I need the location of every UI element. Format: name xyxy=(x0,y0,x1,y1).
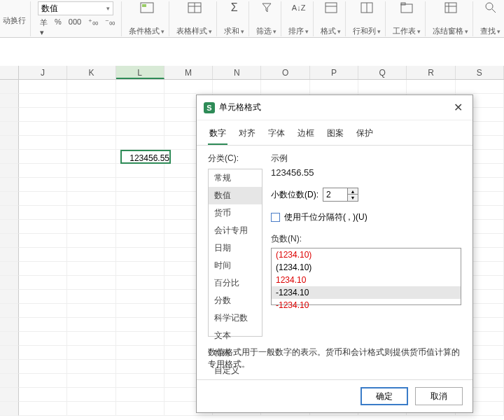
ok-button[interactable]: 确定 xyxy=(360,387,408,405)
svg-point-14 xyxy=(486,3,493,10)
auto-wrap-button[interactable]: 动换行 xyxy=(3,15,26,26)
freeze-icon xyxy=(444,1,458,14)
svg-line-15 xyxy=(492,9,496,13)
column-header-R[interactable]: R xyxy=(407,66,455,79)
tab-3[interactable]: 边框 xyxy=(296,125,316,145)
decimal-input[interactable] xyxy=(323,188,347,201)
number-mini-icons: 羊▾ % 000 ⁺₀₀ ⁻₀₀ xyxy=(38,15,117,38)
column-header-J[interactable]: J xyxy=(19,66,67,79)
filter-group[interactable]: 筛选▾ xyxy=(252,1,281,36)
negative-item[interactable]: 1234.10 xyxy=(272,274,461,286)
active-cell-value: 123456.55 xyxy=(122,151,172,165)
active-cell[interactable]: 123456.55 xyxy=(120,150,171,164)
dialog-footer: 确定 取消 xyxy=(197,379,472,412)
category-item[interactable]: 常规 xyxy=(209,169,262,187)
sum-label: 求和 xyxy=(224,26,239,36)
worksheet-label: 工作表 xyxy=(393,26,416,36)
app-icon: S xyxy=(204,102,215,113)
category-item[interactable]: 日期 xyxy=(209,239,262,257)
decimal-spinner[interactable]: ▲ ▼ xyxy=(323,188,358,202)
filter-label: 筛选 xyxy=(256,26,272,36)
cond-format-label: 条件格式 xyxy=(129,26,160,36)
comma-icon[interactable]: 000 xyxy=(66,17,83,38)
freeze-group[interactable]: 冻结窗格▾ xyxy=(428,1,473,36)
sum-icon: Σ xyxy=(227,1,241,14)
category-label: 分类(C): xyxy=(208,153,262,164)
find-group[interactable]: 查找▾ xyxy=(476,1,504,36)
close-icon[interactable]: ✕ xyxy=(451,101,465,114)
category-item[interactable]: 科学记数 xyxy=(209,309,262,327)
ribbon-toolbar: 动换行 数值 ▾ 羊▾ % 000 ⁺₀₀ ⁻₀₀ 条件格式▾ 表格样式▾ Σ … xyxy=(0,0,504,38)
column-header-L[interactable]: L xyxy=(116,66,164,79)
worksheet-group[interactable]: 工作表▾ xyxy=(388,1,426,36)
currency-icon[interactable]: 羊▾ xyxy=(38,17,50,38)
percent-icon[interactable]: % xyxy=(52,17,64,38)
column-header-N[interactable]: N xyxy=(213,66,261,79)
category-list[interactable]: 常规数值货币会计专用日期时间百分比分数科学记数文本特殊自定义 xyxy=(208,169,262,337)
number-format-value: 数值 xyxy=(41,3,58,15)
negative-item[interactable]: (1234.10) xyxy=(272,261,461,274)
column-header-S[interactable]: S xyxy=(456,66,504,79)
negative-item[interactable]: -1234.10 xyxy=(272,286,461,299)
sort-icon: A↓Z xyxy=(292,1,306,14)
dialog-tabs: 数字对齐字体边框图案保护 xyxy=(197,120,472,146)
cond-format-group[interactable]: 条件格式▾ xyxy=(125,1,169,36)
cond-format-icon xyxy=(140,1,154,14)
sort-group[interactable]: A↓Z 排序▾ xyxy=(284,1,314,36)
negative-list[interactable]: (1234.10)(1234.10)1234.10-1234.10-1234.1… xyxy=(271,248,461,305)
rowcol-group[interactable]: 行和列▾ xyxy=(349,1,386,36)
format-label: 格式 xyxy=(321,26,336,36)
thousands-label: 使用千位分隔符( , )(U) xyxy=(284,211,368,223)
category-item[interactable]: 文本 xyxy=(209,327,262,344)
dialog-title: 单元格格式 xyxy=(219,102,261,113)
column-header-O[interactable]: O xyxy=(261,66,309,79)
sort-label: 排序 xyxy=(288,26,304,36)
tab-0[interactable]: 数字 xyxy=(208,125,227,145)
increase-decimal-icon[interactable]: ⁺₀₀ xyxy=(86,17,100,38)
category-item[interactable]: 分数 xyxy=(209,292,262,309)
table-style-icon xyxy=(188,1,202,14)
category-item[interactable]: 货币 xyxy=(209,204,262,222)
negative-item[interactable]: (1234.10) xyxy=(272,248,461,261)
svg-rect-9 xyxy=(401,4,412,13)
rowcol-label: 行和列 xyxy=(353,26,376,36)
tab-4[interactable]: 图案 xyxy=(326,125,345,145)
format-group[interactable]: 格式▾ xyxy=(316,1,346,36)
column-header-M[interactable]: M xyxy=(164,66,213,79)
find-label: 查找 xyxy=(480,26,496,36)
negative-label: 负数(N): xyxy=(271,233,461,245)
tab-1[interactable]: 对齐 xyxy=(237,125,257,145)
table-style-group[interactable]: 表格样式▾ xyxy=(172,1,217,36)
decrease-decimal-icon[interactable]: ⁻₀₀ xyxy=(103,17,117,38)
number-format-select[interactable]: 数值 ▾ xyxy=(38,1,113,15)
spinner-down-icon[interactable]: ▼ xyxy=(348,195,358,201)
column-headers: JKLMNOPQRS xyxy=(0,66,504,80)
worksheet-icon xyxy=(400,1,414,14)
sum-group[interactable]: Σ 求和▾ xyxy=(220,1,249,36)
spinner-up-icon[interactable]: ▲ xyxy=(348,188,358,195)
rowcol-icon xyxy=(360,1,374,14)
column-header-Q[interactable]: Q xyxy=(358,66,407,79)
category-item[interactable]: 会计专用 xyxy=(209,222,262,239)
category-item[interactable]: 百分比 xyxy=(209,274,262,292)
column-header-P[interactable]: P xyxy=(310,66,358,79)
chevron-down-icon: ▾ xyxy=(106,5,110,12)
sample-label: 示例 xyxy=(271,153,461,164)
thousands-checkbox[interactable] xyxy=(271,213,280,222)
tab-5[interactable]: 保护 xyxy=(355,125,374,145)
tab-2[interactable]: 字体 xyxy=(267,125,286,145)
negative-item[interactable]: -1234.10 xyxy=(272,299,461,312)
category-item[interactable]: 数值 xyxy=(209,187,262,204)
svg-rect-11 xyxy=(445,3,456,13)
category-item[interactable]: 时间 xyxy=(209,257,262,274)
freeze-label: 冻结窗格 xyxy=(433,26,463,36)
cancel-button[interactable]: 取消 xyxy=(415,387,463,405)
column-header-K[interactable]: K xyxy=(67,66,115,79)
number-format-group: 数值 ▾ 羊▾ % 000 ⁺₀₀ ⁻₀₀ xyxy=(34,1,122,36)
help-text: 数值格式用于一般数字的表示。货币和会计格式则提供货币值计算的专用格式。 xyxy=(197,346,472,370)
svg-rect-5 xyxy=(326,3,337,13)
select-all-corner[interactable] xyxy=(0,66,19,79)
dialog-titlebar: S 单元格格式 ✕ xyxy=(197,95,472,120)
wrap-group: 动换行 xyxy=(3,1,31,36)
svg-rect-1 xyxy=(142,4,146,7)
